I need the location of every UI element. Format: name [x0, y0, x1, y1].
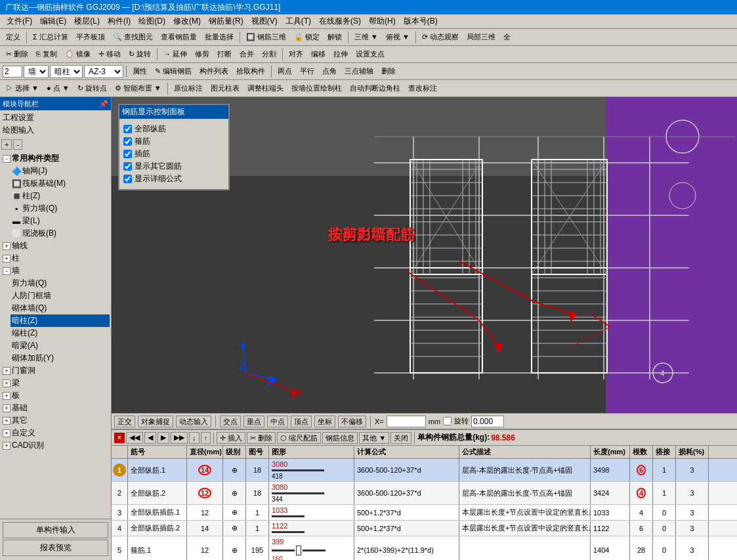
chk-other-circular[interactable] [123, 162, 132, 171]
btn-view-rebar[interactable]: 查看钢筋量 [158, 30, 200, 45]
menu-online[interactable]: 在线服务(S) [315, 14, 365, 28]
menu-view[interactable]: 视图(V) [247, 14, 282, 28]
btn-nav-down[interactable]: ↓ [189, 432, 200, 444]
btn-lock[interactable]: 🔒 锁定 [291, 30, 323, 45]
btn-nav-first[interactable]: ◀◀ [126, 432, 143, 444]
sidebar-item-shearwall2[interactable]: 剪力墙(Q) [11, 277, 110, 290]
btn-mirror[interactable]: 🪞 镜像 [62, 47, 94, 62]
checkbox-detail-formula[interactable]: 显示详细公式 [123, 173, 224, 185]
bottom-close-btn[interactable]: × [114, 433, 125, 443]
sidebar-item-beam[interactable]: ▬ 梁(L) [11, 215, 110, 227]
btn-rotate-point[interactable]: ↻ 旋转点 [74, 81, 110, 96]
btn-top-view[interactable]: 俯视 ▼ [383, 30, 413, 45]
chk-detail-formula[interactable] [123, 175, 132, 183]
expand-door[interactable]: + [3, 367, 11, 375]
btn-break[interactable]: 打断 [214, 47, 235, 62]
table-row[interactable]: 2 全部纵筋.2 12 ⊕ 18 3080 344 3600-500-120+3… [112, 482, 737, 505]
btn-offset[interactable]: 编移 [308, 47, 329, 62]
btn-set-pivot[interactable]: 设置支点 [352, 47, 388, 62]
table-row[interactable]: 4 全部纵筋插筋.2 14 ⊕ 1 1122 500+1.2*37*d 本层露出… [112, 521, 737, 536]
btn-find[interactable]: 🔍 查找图元 [110, 30, 156, 45]
btn-nav-next[interactable]: ▶ [158, 432, 169, 444]
sidebar-item-masonrywall[interactable]: 砌体墙(Q) [11, 302, 110, 314]
btn-close[interactable]: 关闭 [390, 432, 411, 444]
status-no-offset[interactable]: 不偏移 [338, 416, 366, 427]
btn-rebar-info[interactable]: 钢筋信息 [322, 432, 358, 444]
expand-wall[interactable]: - [3, 267, 11, 275]
btn-two-point[interactable]: 两点 [274, 64, 295, 79]
menu-element[interactable]: 构件(I) [104, 14, 135, 28]
btn-trim[interactable]: 修剪 [192, 47, 213, 62]
sidebar-item-masonry-rebar[interactable]: 砌体加筋(Y) [11, 352, 110, 364]
menu-tools[interactable]: 工具(T) [282, 14, 315, 28]
sidebar-item-drawing[interactable]: 绘图输入 [1, 124, 110, 137]
chk-stirrup[interactable] [123, 137, 132, 146]
btn-dynamic-view[interactable]: ⟳ 动态观察 [419, 30, 462, 45]
sidebar-item-airraid[interactable]: 人防门框墙 [11, 290, 110, 302]
btn-insert-row[interactable]: ✛ 插入 [217, 432, 245, 444]
status-rotate-value[interactable] [471, 416, 504, 427]
sidebar-item-column[interactable]: 🔳 柱(Z) [11, 190, 110, 202]
menu-modify[interactable]: 修改(M) [169, 14, 205, 28]
btn-extend[interactable]: → 延伸 [160, 47, 190, 62]
status-orthogonal[interactable]: 正交 [114, 416, 135, 427]
status-coord[interactable]: 坐标 [314, 416, 335, 427]
floor-type-select[interactable]: 墙 [24, 65, 49, 78]
sidebar-item-engineering[interactable]: 工程设置 [1, 112, 110, 124]
btn-check-mark[interactable]: 查改标注 [405, 81, 440, 96]
btn-single-element[interactable]: 单构件输入 [3, 522, 108, 538]
chk-insert[interactable] [123, 150, 132, 158]
sidebar-item-common[interactable]: - 常用构件类型 [1, 152, 110, 165]
btn-scale-rebar[interactable]: ⬡ 缩尺配筋 [277, 432, 321, 444]
element-type-select[interactable]: 暗柱 [50, 65, 83, 78]
sidebar-pin[interactable]: 📌 [99, 100, 108, 108]
table-row[interactable]: 3 全部纵筋插筋.1 12 ⊕ 1 1033 500+1.2*37*d 本层露出… [112, 505, 737, 521]
expand-col[interactable]: + [3, 255, 11, 263]
menu-file[interactable]: 文件(F) [3, 14, 36, 28]
menu-version[interactable]: 版本号(B) [400, 14, 442, 28]
sidebar-item-raft[interactable]: 🔲 筏板基础(M) [11, 177, 110, 190]
btn-batch-select[interactable]: 批量选择 [201, 30, 237, 45]
btn-stretch[interactable]: 拉伸 [330, 47, 351, 62]
btn-point-angle[interactable]: 点角 [319, 64, 340, 79]
btn-smart-layout[interactable]: ⚙ 智能布置 ▼ [112, 81, 165, 96]
btn-calculate[interactable]: Σ 汇总计算 [30, 30, 72, 45]
sidebar-item-slab[interactable]: ⬜ 现浇板(B) [11, 227, 110, 240]
btn-properties[interactable]: 属性 [129, 64, 150, 79]
sidebar-item-cad[interactable]: + CAD识别 [1, 439, 110, 452]
status-rotate-check[interactable] [443, 417, 452, 425]
sidebar-item-hidden-beam[interactable]: 暗梁(A) [11, 339, 110, 352]
sidebar-item-axis[interactable]: 🔷 轴网(J) [11, 165, 110, 177]
btn-full[interactable]: 全 [500, 30, 514, 45]
sidebar-item-foundation[interactable]: + 基础 [1, 402, 110, 414]
status-x-value[interactable] [387, 416, 426, 427]
btn-rebar-3d[interactable]: 🔲 钢筋三维 [243, 30, 289, 45]
btn-define[interactable]: 定义 [3, 30, 24, 45]
expand-foundation[interactable]: + [3, 404, 11, 412]
btn-merge[interactable]: 合并 [236, 47, 257, 62]
status-dynamic-input[interactable]: 动态输入 [176, 416, 211, 427]
sidebar-item-door[interactable]: + 门窗洞 [1, 364, 110, 377]
sidebar-item-col-group[interactable]: + 柱 [1, 252, 110, 265]
menu-draw[interactable]: 绘图(D) [135, 14, 169, 28]
btn-add[interactable]: + [1, 139, 12, 150]
btn-parallel[interactable]: 平行 [297, 64, 318, 79]
btn-other[interactable]: 其他 ▼ [359, 432, 389, 444]
btn-align-plate[interactable]: 平齐板顶 [73, 30, 108, 45]
btn-draw-by-wall[interactable]: 按墙位置绘制柱 [288, 81, 345, 96]
btn-nav-up[interactable]: ↑ [201, 432, 211, 444]
btn-pick-element[interactable]: 拾取构件 [233, 64, 268, 79]
btn-copy[interactable]: ⎘ 复制 [33, 47, 60, 62]
btn-in-situ-mark[interactable]: 原位标注 [171, 81, 206, 96]
btn-split[interactable]: 分割 [259, 47, 280, 62]
btn-three-point[interactable]: 三点辅轴 [341, 64, 377, 79]
cad-viewport[interactable]: 4 钢筋显示控制面板 全部纵筋 箍筋 [112, 97, 737, 413]
status-vertex[interactable]: 顶点 [291, 416, 312, 427]
btn-nav-last[interactable]: ▶▶ [171, 432, 188, 444]
sidebar-item-slab-group[interactable]: + 板 [1, 389, 110, 402]
expand-cad[interactable]: + [3, 442, 11, 450]
sidebar-item-beam-group[interactable]: + 梁 [1, 377, 110, 389]
btn-col-table[interactable]: 图元柱表 [207, 81, 243, 96]
btn-select[interactable]: ▷ 选择 ▼ [3, 81, 42, 96]
sidebar-item-shearwall[interactable]: ▪ 剪力墙(Q) [11, 202, 110, 215]
